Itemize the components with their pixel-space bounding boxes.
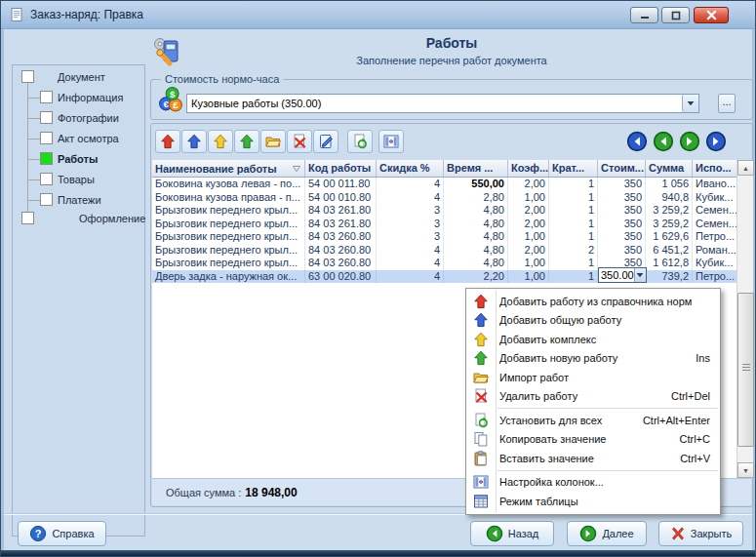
add-new-work-button[interactable]: [234, 130, 259, 153]
cost-editor-value[interactable]: 350.00: [599, 269, 634, 281]
cell-time[interactable]: 4,80: [444, 230, 508, 244]
cell-work-name[interactable]: Брызговик переднего крыл...: [152, 230, 305, 244]
cell-work-name[interactable]: Боковина кузова левая - по...: [152, 178, 305, 191]
close-button[interactable]: Закрыть: [658, 521, 743, 546]
help-button[interactable]: ? Справка: [18, 521, 106, 546]
last-record-button[interactable]: [705, 131, 727, 152]
column-header-mult[interactable]: Крат...: [549, 160, 598, 177]
cell-time[interactable]: 4,80: [444, 244, 508, 258]
sidebar-item-document[interactable]: Документ: [21, 70, 105, 83]
cell-executor[interactable]: Семен...: [693, 204, 736, 218]
cell-discount[interactable]: 4: [377, 270, 444, 284]
cell-coef[interactable]: 2,00: [508, 218, 549, 231]
table-row[interactable]: Брызговик переднего крыл... 84 03 261.80…: [152, 218, 736, 231]
sidebar-item-payments[interactable]: Платежи: [40, 193, 101, 206]
minimize-button[interactable]: [630, 7, 658, 23]
cell-sum[interactable]: 6 451,2: [646, 244, 693, 258]
menu-item-add-common-work[interactable]: Добавить общую работу: [466, 311, 720, 331]
cell-work-code[interactable]: 54 00 010.80: [305, 191, 377, 205]
cell-cost[interactable]: 350: [598, 204, 646, 218]
next-button[interactable]: Далее: [567, 521, 647, 546]
cell-mult[interactable]: 1: [549, 204, 598, 218]
cell-work-name[interactable]: Брызговик переднего крыл...: [152, 204, 305, 218]
cell-executor[interactable]: Ивано...: [693, 178, 736, 191]
table-row[interactable]: Боковина кузова левая - по... 54 00 011.…: [152, 178, 736, 191]
cell-work-code[interactable]: 84 03 260.80: [305, 230, 377, 244]
cell-cost[interactable]: 350: [598, 178, 646, 191]
cell-cost[interactable]: 350: [598, 191, 646, 205]
cell-discount[interactable]: 4: [377, 191, 444, 205]
add-common-work-button[interactable]: [181, 130, 207, 153]
cell-coef[interactable]: 2,00: [508, 178, 549, 191]
cell-coef[interactable]: 2,00: [508, 244, 549, 258]
prev-record-button[interactable]: [653, 131, 674, 152]
cell-work-code[interactable]: 84 03 260.80: [305, 257, 377, 270]
sidebar-item-information[interactable]: Информация: [40, 91, 123, 103]
cell-sum[interactable]: 739,2: [646, 270, 693, 284]
cost-editor-dropdown-button[interactable]: [634, 268, 646, 282]
cell-coef[interactable]: 2,00: [508, 204, 549, 218]
scroll-up-button[interactable]: ▲: [737, 160, 754, 176]
cell-mult[interactable]: 1: [549, 178, 598, 191]
cell-discount[interactable]: 4: [377, 178, 444, 191]
cell-executor[interactable]: Петро...: [693, 230, 736, 244]
sidebar-item-finalize[interactable]: Оформление: [21, 212, 145, 224]
edit-work-button[interactable]: [313, 130, 338, 153]
restore-button[interactable]: [661, 7, 690, 23]
cell-time[interactable]: 4,80: [444, 257, 508, 270]
table-row[interactable]: Боковина кузова правая - п... 54 00 010.…: [152, 191, 736, 205]
cell-mult[interactable]: 1: [549, 230, 598, 244]
table-row[interactable]: Дверь задка - наружная ок... 63 00 020.8…: [152, 270, 736, 284]
cell-work-name[interactable]: Брызговик переднего крыл...: [152, 218, 305, 231]
cell-sum[interactable]: 1 629,6: [646, 230, 693, 244]
back-button[interactable]: Назад: [470, 521, 554, 546]
table-row[interactable]: Брызговик переднего крыл... 84 03 261.80…: [152, 204, 736, 218]
cell-coef[interactable]: 1,00: [508, 191, 549, 205]
table-row[interactable]: Брызговик переднего крыл... 84 03 260.80…: [152, 244, 736, 258]
cell-cost[interactable]: 350: [598, 230, 646, 244]
cell-discount[interactable]: 4: [377, 257, 444, 270]
cell-sum[interactable]: 1 056: [646, 178, 693, 191]
close-window-button[interactable]: [694, 7, 729, 23]
cell-work-code[interactable]: 84 03 261.80: [305, 218, 377, 231]
sidebar-item-works[interactable]: Работы: [40, 152, 98, 165]
rate-combobox[interactable]: Кузовные работы (350.00): [186, 94, 699, 113]
cell-executor[interactable]: Петро...: [693, 270, 736, 284]
table-row[interactable]: Брызговик переднего крыл... 84 03 260.80…: [152, 257, 736, 270]
cell-mult[interactable]: 1: [549, 257, 598, 270]
menu-item-delete-work[interactable]: Удалить работу Ctrl+Del: [466, 387, 720, 407]
menu-item-copy-value[interactable]: Копировать значение Ctrl+C: [466, 430, 720, 450]
menu-item-import-works[interactable]: Импорт работ: [466, 368, 720, 387]
column-header-code[interactable]: Код работы: [305, 160, 377, 177]
cell-time[interactable]: 2,80: [444, 191, 508, 205]
cell-coef[interactable]: 1,00: [508, 257, 549, 270]
delete-work-button[interactable]: [287, 130, 312, 153]
cell-discount[interactable]: 3: [377, 230, 444, 244]
add-work-from-norms-button[interactable]: [155, 130, 180, 153]
menu-item-add-new-work[interactable]: Добавить новую работу Ins: [466, 349, 720, 369]
next-record-button[interactable]: [679, 131, 700, 152]
table-row[interactable]: Брызговик переднего крыл... 84 03 260.80…: [152, 230, 736, 244]
cell-work-name[interactable]: Боковина кузова правая - п...: [152, 191, 305, 205]
cell-coef[interactable]: 1,00: [508, 230, 549, 244]
menu-item-column-settings[interactable]: Настройка колонок...: [466, 473, 720, 493]
cell-discount[interactable]: 3: [377, 204, 444, 218]
cell-mult[interactable]: 2: [549, 244, 598, 258]
cell-discount[interactable]: 3: [377, 218, 444, 231]
first-record-button[interactable]: [626, 131, 648, 152]
cost-cell-editor[interactable]: 350.00: [598, 267, 647, 283]
cell-coef[interactable]: 1,00: [508, 270, 549, 284]
sidebar-item-photos[interactable]: Фотографии: [40, 111, 119, 124]
column-header-sum[interactable]: Сумма: [646, 160, 693, 177]
cell-executor[interactable]: Кубик...: [693, 257, 736, 270]
cell-sum[interactable]: 1 612,8: [646, 257, 693, 270]
menu-item-add-complex[interactable]: Добавить комплекс: [466, 330, 720, 349]
add-complex-button[interactable]: [208, 130, 233, 153]
cell-mult[interactable]: 1: [549, 270, 598, 284]
cell-work-name[interactable]: Брызговик переднего крыл...: [152, 244, 305, 258]
rate-browse-button[interactable]: ...: [718, 94, 736, 113]
cell-work-code[interactable]: 84 03 260.80: [305, 244, 377, 258]
cell-mult[interactable]: 1: [549, 191, 598, 205]
column-header-coef[interactable]: Коэф...: [508, 160, 549, 177]
menu-item-add-from-norms[interactable]: Добавить работу из справочника норм: [466, 292, 720, 311]
